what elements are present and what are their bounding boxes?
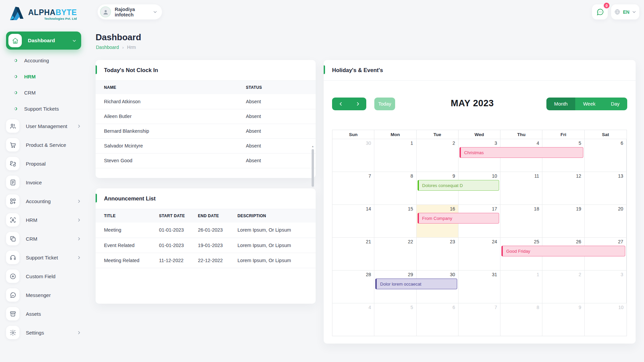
table-cell: Steven Good	[96, 153, 237, 168]
sidebar-item-support-tickets[interactable]: Support Tickets	[6, 101, 81, 117]
calendar-day-cell[interactable]: 18	[500, 205, 542, 237]
sidebar-item-crm[interactable]: CRM	[6, 84, 81, 101]
breadcrumb-link-dashboard[interactable]: Dashboard	[96, 45, 119, 50]
chevron-right-icon	[77, 255, 81, 260]
not-clock-in-table: NAME STATUS Richard AtkinsonAbsentAileen…	[96, 81, 316, 168]
calendar-day-cell[interactable]: 1	[500, 270, 542, 303]
calendar-day-cell[interactable]: 12	[542, 172, 584, 204]
calendar-day-cell[interactable]: 8	[374, 172, 416, 204]
view-button-month[interactable]: Month	[546, 98, 575, 110]
column-header: TITLE	[96, 209, 151, 223]
sidebar-item-dashboard[interactable]: Dashboard	[6, 32, 81, 50]
scrollbar-thumb[interactable]	[312, 149, 314, 187]
calendar-day-cell[interactable]: 10	[585, 303, 627, 336]
circle-bullet-icon	[13, 74, 18, 79]
sidebar-item-assets[interactable]: Assets	[6, 304, 81, 323]
calendar-event[interactable]: From Company	[418, 213, 499, 224]
table-cell: Absent	[237, 109, 316, 124]
day-number: 22	[408, 239, 413, 244]
sidebar-item-support-ticket[interactable]: Support Ticket	[6, 248, 81, 267]
calendar-event[interactable]: Dolor lorem occaecat	[375, 279, 457, 289]
calendar-day-cell[interactable]: 5	[374, 303, 416, 336]
day-number: 20	[618, 206, 623, 212]
calendar-day-cell[interactable]: 3	[585, 270, 627, 303]
table-cell: Event Related	[96, 238, 151, 253]
avatar	[100, 6, 111, 17]
user-icon	[102, 8, 109, 16]
sidebar-item-accounting[interactable]: Accounting	[6, 52, 81, 68]
calendar-day-cell[interactable]: 1	[374, 139, 416, 172]
calendar-day-cell[interactable]: 21	[332, 238, 374, 270]
calendar-day-cell[interactable]: 7	[332, 172, 374, 204]
sidebar-item-label: HRM	[24, 74, 36, 79]
calendar-day-cell[interactable]: 13	[585, 172, 627, 204]
calendar-day-cell[interactable]: 20	[585, 205, 627, 237]
sidebar-item-crm[interactable]: CRM	[6, 229, 81, 248]
proposal-icon	[6, 157, 19, 170]
calendar-day-cell[interactable]: 23	[417, 238, 459, 270]
chevron-right-icon	[77, 237, 81, 241]
calendar-day-cell[interactable]: 24	[459, 238, 500, 270]
sidebar-item-hrm[interactable]: HRM	[6, 68, 81, 84]
calendar-week-row: 78910111213Dolores consequat D	[332, 172, 627, 204]
sidebar-item-label: User Management	[26, 123, 77, 129]
sidebar-menu: DashboardAccountingHRMCRMSupport Tickets…	[6, 32, 81, 342]
table-cell: Lorem Ipsum, Or Lipsum	[229, 238, 316, 253]
calendar-day-cell[interactable]: 2	[542, 270, 584, 303]
day-number: 30	[366, 140, 371, 146]
sidebar-item-settings[interactable]: Settings	[6, 323, 81, 342]
calendar-event[interactable]: Good Friday	[501, 246, 625, 256]
calendar-day-cell[interactable]: 6	[417, 303, 459, 336]
sidebar-item-invoice[interactable]: Invoice	[6, 173, 81, 192]
day-number: 29	[408, 272, 413, 277]
calendar-day-cell[interactable]: 4	[332, 303, 374, 336]
calendar-day-cell[interactable]: 28	[332, 270, 374, 303]
calendar-day-cell[interactable]: 22	[374, 238, 416, 270]
sidebar-item-user-management[interactable]: User Management	[6, 117, 81, 135]
announcement-table: TITLE START DATE END DATE DESCRIPTION Me…	[96, 209, 316, 268]
globe-icon	[614, 9, 621, 15]
day-number: 8	[411, 173, 413, 179]
day-number: 10	[492, 173, 497, 179]
language-selector[interactable]: EN	[611, 4, 639, 19]
table-row: Meeting Related11-12-202222-12-2022Lorem…	[96, 253, 316, 268]
sidebar-item-product-service[interactable]: Product & Service	[6, 135, 81, 154]
view-button-day[interactable]: Day	[603, 98, 627, 110]
table-cell: Richard Atkinson	[96, 94, 237, 109]
scroll-up-arrow-icon[interactable]: ▲	[311, 144, 315, 148]
calendar-day-cell[interactable]: 19	[542, 205, 584, 237]
breadcrumb: Dashboard › Hrm	[96, 45, 136, 50]
calendar-day-cell[interactable]: 30	[332, 139, 374, 172]
sidebar-item-hrm[interactable]: HRM	[6, 210, 81, 229]
calendar-day-cell[interactable]: 2	[417, 139, 459, 172]
messages-button[interactable]: 0	[592, 4, 608, 19]
calendar-event[interactable]: Dolores consequat D	[418, 180, 499, 191]
company-selector[interactable]: Rajodiya infotech	[98, 4, 162, 19]
table-header-row: TITLE START DATE END DATE DESCRIPTION	[96, 209, 316, 223]
calendar-day-cell[interactable]: 7	[459, 303, 500, 336]
calendar-day-cell[interactable]: 9	[542, 303, 584, 336]
calendar-day-cell[interactable]: 11	[500, 172, 542, 204]
day-number: 2	[452, 140, 455, 146]
calendar-event-label: Christmas	[464, 150, 484, 155]
calendar-day-cell[interactable]: 8	[500, 303, 542, 336]
sidebar-item-label: Custom Field	[26, 274, 81, 279]
calendar-day-cell[interactable]: 15	[374, 205, 416, 237]
view-button-week[interactable]: Week	[575, 98, 603, 110]
calendar-toolbar: Today MAY 2023 MonthWeekDay	[332, 98, 627, 110]
accounting-icon	[6, 194, 19, 208]
table-cell: Absent	[237, 94, 316, 109]
crm-icon	[6, 232, 19, 245]
day-number: 8	[537, 305, 539, 310]
sidebar-item-messenger[interactable]: Messenger	[6, 286, 81, 304]
day-number: 10	[618, 305, 624, 310]
table-cell: Absent	[237, 138, 316, 153]
sidebar-item-custom-field[interactable]: Custom Field	[6, 267, 81, 286]
calendar-day-cell[interactable]: 31	[459, 270, 500, 303]
sidebar-item-proposal[interactable]: Proposal	[6, 154, 81, 173]
day-number: 5	[579, 140, 581, 146]
calendar-day-cell[interactable]: 14	[332, 205, 374, 237]
calendar-day-cell[interactable]: 6	[585, 139, 627, 172]
calendar-event[interactable]: Christmas	[460, 147, 583, 158]
sidebar-item-accounting[interactable]: Accounting	[6, 192, 81, 210]
